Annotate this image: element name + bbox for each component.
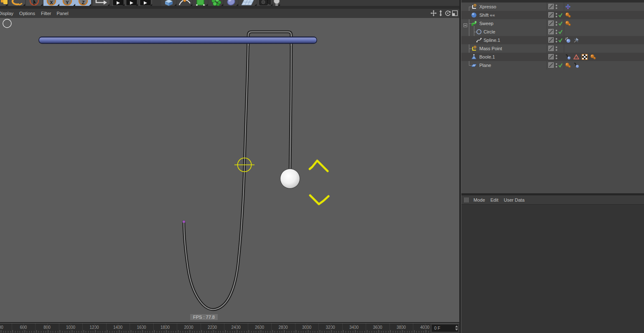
pin-tag-icon[interactable]	[573, 37, 579, 43]
om-row-circle[interactable]: Circle	[461, 28, 644, 36]
om-row-spline-1[interactable]: Spline.1	[461, 36, 644, 44]
object-manager[interactable]: XpressoShift ««SweepCircleSpline.1Mass P…	[461, 3, 644, 193]
ruler-tick	[223, 331, 223, 333]
menu-panel[interactable]: Panel	[56, 11, 68, 16]
om-object-label[interactable]: Xpresso	[479, 3, 496, 11]
coordinate-system-icon[interactable]	[93, 0, 109, 6]
om-row-plane[interactable]: Plane	[461, 61, 644, 69]
force-arrow-up[interactable]	[310, 161, 328, 171]
selection-cursor-icon[interactable]	[26, 0, 43, 6]
visibility-dots-icon[interactable]	[555, 20, 557, 27]
layer-toggle-icon[interactable]	[548, 4, 554, 9]
layer-toggle-icon[interactable]	[548, 12, 554, 18]
am-menu-userdata[interactable]: User Data	[504, 197, 525, 202]
om-object-label[interactable]: Plane	[479, 61, 491, 69]
visibility-dots-icon[interactable]	[555, 3, 557, 10]
enabled-check-icon[interactable]	[558, 29, 563, 34]
om-object-label[interactable]: Spline.1	[484, 36, 500, 44]
rope-spline[interactable]	[184, 32, 291, 310]
dyncurve-tag-icon[interactable]	[573, 62, 579, 68]
axis-z-lock-icon[interactable]: Z	[75, 0, 91, 6]
ruler-tick	[239, 331, 240, 333]
add-modeling-icon[interactable]	[209, 0, 223, 6]
am-menu-edit[interactable]: Edit	[491, 197, 499, 202]
timeline-ruler[interactable]: 4006008001000120014001600180020002200240…	[0, 323, 430, 333]
phong-tag-icon[interactable]	[565, 62, 571, 68]
ruler-gridline	[47, 323, 48, 333]
om-row-shift-[interactable]: Shift ««	[461, 11, 644, 19]
undo-arrow-icon[interactable]	[8, 0, 25, 6]
om-object-label[interactable]: Circle	[484, 28, 495, 36]
phong-tag-icon[interactable]	[565, 12, 571, 18]
am-menu-mode[interactable]: Mode	[473, 197, 485, 202]
render-picture-icon[interactable]	[125, 0, 138, 6]
spline-end-point[interactable]	[183, 220, 185, 223]
menu-options[interactable]: Options	[19, 11, 35, 16]
add-cube-icon[interactable]	[161, 0, 176, 6]
phong-tag-icon[interactable]	[590, 54, 596, 60]
render-view-icon[interactable]	[112, 0, 125, 6]
ruler-tick	[100, 331, 100, 333]
axis-y-lock-icon[interactable]: Y	[59, 0, 75, 6]
bar-object[interactable]	[39, 37, 317, 44]
add-deformer-icon[interactable]	[224, 0, 238, 6]
add-spline-icon[interactable]	[177, 0, 192, 6]
om-object-label[interactable]: Mass Point	[479, 44, 502, 53]
add-camera-icon[interactable]	[257, 0, 272, 6]
layer-toggle-icon[interactable]	[548, 62, 554, 68]
layer-toggle-icon[interactable]	[548, 54, 554, 59]
maximize-viewport-icon[interactable]	[452, 10, 458, 16]
force-arrow-down[interactable]	[310, 195, 328, 204]
sphere-object[interactable]	[280, 169, 300, 189]
menu-display[interactable]: Display	[0, 11, 13, 16]
om-object-label[interactable]: Shift ««	[479, 11, 495, 19]
dyncurve-tag-icon[interactable]	[565, 54, 571, 60]
ruler-gridline	[201, 323, 201, 333]
visibility-dots-icon[interactable]	[555, 54, 557, 60]
pan-viewport-icon[interactable]	[430, 10, 437, 16]
visibility-dots-icon[interactable]	[555, 62, 557, 69]
add-environment-icon[interactable]	[239, 0, 257, 6]
enabled-check-icon[interactable]	[558, 13, 563, 18]
zoom-viewport-icon[interactable]	[438, 10, 444, 16]
menu-filter[interactable]: Filter	[41, 11, 51, 16]
triangle-tag-icon[interactable]	[573, 54, 579, 60]
ruler-tick	[180, 331, 181, 333]
ruler-tick	[190, 330, 190, 333]
om-row-sweep[interactable]: Sweep	[461, 19, 644, 28]
enabled-check-icon[interactable]	[558, 38, 563, 43]
add-generator-icon[interactable]	[193, 0, 208, 6]
om-row-boole-1[interactable]: Boole.1	[461, 53, 644, 61]
om-object-label[interactable]: Sweep	[479, 19, 494, 28]
rotate-viewport-icon[interactable]	[445, 10, 451, 16]
xpresso-tag-icon[interactable]	[565, 4, 571, 10]
enabled-check-icon[interactable]	[558, 21, 563, 26]
ruler-tick	[22, 331, 23, 333]
visibility-dots-icon[interactable]	[555, 28, 557, 35]
layer-toggle-icon[interactable]	[548, 29, 554, 34]
om-object-label[interactable]: Boole.1	[479, 53, 495, 61]
add-light-icon[interactable]	[273, 0, 280, 6]
om-row-xpresso[interactable]: Xpresso	[461, 3, 644, 11]
ruler-label: 400	[0, 325, 3, 330]
ruler-tick	[412, 331, 412, 333]
checker-tag-icon[interactable]	[582, 54, 588, 60]
axis-x-lock-icon[interactable]: X	[43, 0, 59, 6]
layer-toggle-icon[interactable]	[548, 37, 554, 43]
orange-squares-icon[interactable]	[0, 0, 8, 6]
om-row-mass-point[interactable]: Mass Point	[461, 44, 644, 53]
visibility-dots-icon[interactable]	[555, 37, 557, 44]
visibility-dots-icon[interactable]	[555, 45, 557, 52]
phong-tag-icon[interactable]	[565, 20, 571, 26]
cache-tag-icon[interactable]	[565, 37, 571, 43]
frame-stepper-icon[interactable]	[455, 325, 458, 331]
layer-toggle-icon[interactable]	[548, 20, 554, 26]
enabled-check-icon[interactable]	[558, 63, 563, 68]
current-frame-field[interactable]: 0 F	[432, 325, 458, 332]
grip-icon[interactable]	[464, 197, 469, 202]
layer-toggle-icon[interactable]	[548, 46, 554, 51]
visibility-dots-icon[interactable]	[555, 12, 557, 18]
ruler-tick	[209, 331, 209, 333]
render-settings-icon[interactable]	[139, 0, 152, 6]
viewport[interactable]: FPS : 77.8	[0, 18, 459, 322]
